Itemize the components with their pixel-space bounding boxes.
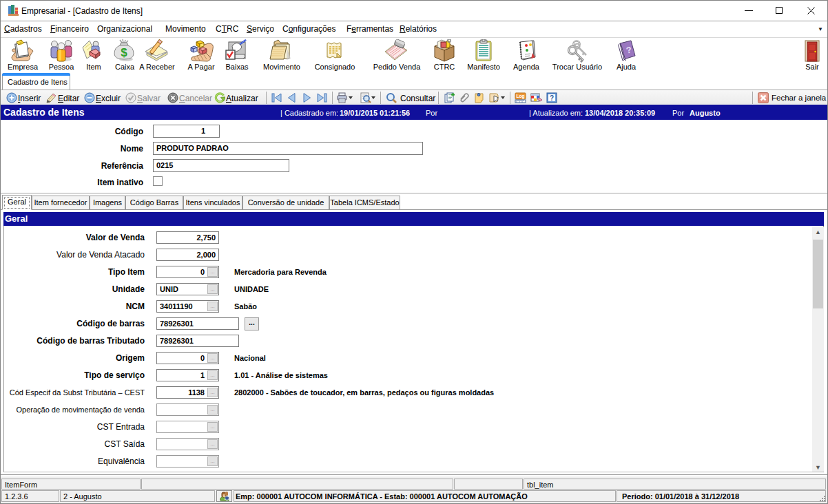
svg-text:Log: Log [517,94,525,99]
svg-text:?: ? [550,94,554,102]
